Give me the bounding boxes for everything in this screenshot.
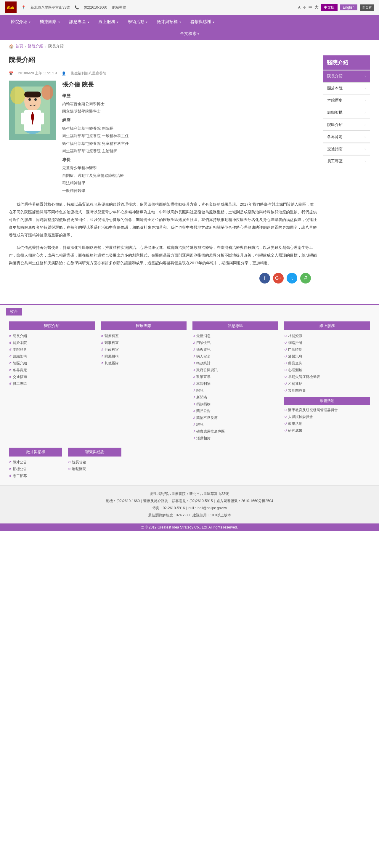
footer-link-contact-hospital[interactable]: 聯繫醫院	[68, 466, 121, 472]
sidebar-item-staff[interactable]: 員工專區 ›	[323, 155, 370, 167]
footer-link-bid[interactable]: 招標公告	[9, 466, 62, 472]
footer-columns: 醫院介紹 院長介紹 關於本院 本院歷史 組織架構 院區介紹 各界肯定 交通指南 …	[0, 318, 379, 447]
page-title: 院長介紹	[9, 55, 35, 67]
fulltext-search-link[interactable]: 全文檢索 ▾	[180, 31, 199, 36]
footer-col-team: 醫療團隊 醫療科室 醫事科室 行政科室 附屬機構 其他團隊	[98, 321, 189, 442]
footer-col-title-news: 訊息專區	[192, 321, 278, 330]
facebook-share-button[interactable]: f	[259, 273, 270, 283]
footer-link-history[interactable]: 本院歷史	[9, 346, 95, 353]
footer-link-related-links[interactable]: 相關連結	[284, 380, 370, 387]
sidebar-item-president[interactable]: 院長介紹 ›	[323, 70, 370, 82]
svg-rect-7	[21, 113, 26, 124]
footer-link-album[interactable]: 活動相簿	[192, 435, 278, 442]
person-icon: 👤	[62, 71, 66, 75]
sidebar-item-campus[interactable]: 院區介紹 ›	[323, 119, 370, 131]
footer-link-med-news[interactable]: 於醫訊息	[284, 353, 370, 360]
footer-info: 衛生福利部八里療養院：新北市八里區草富山33號 總機：(02)2610-1660…	[0, 485, 379, 524]
content-area: 院長介紹 📅 2018/6/28 上午 11:21:19 👤 衛生福利部八里療養…	[0, 53, 379, 292]
special-item-0: 兒童青少年精神醫學	[62, 164, 317, 171]
footer-link-president-mail[interactable]: 院長信箱	[68, 459, 121, 466]
footer-link-press[interactable]: 新聞稿	[192, 394, 278, 401]
footer-link-health-edu[interactable]: 衛教資訊	[192, 346, 278, 353]
footer-link-drug-query[interactable]: 藥品查詢	[284, 360, 370, 367]
font-mid[interactable]: 中	[309, 5, 312, 10]
svg-point-2	[10, 87, 25, 104]
footer-link-psych-test[interactable]: 心理測驗	[284, 367, 370, 374]
phone-text: (02)2610-1660	[84, 5, 107, 9]
footer-link-patient-safety[interactable]: 病人安全	[192, 353, 278, 360]
sidebar-item-history[interactable]: 本院歷史 ›	[323, 94, 370, 106]
special-item-3: 一般精神醫學	[62, 187, 317, 194]
footer-link-staff[interactable]: 員工專區	[9, 380, 95, 387]
footer-link-president[interactable]: 院長介紹	[9, 333, 95, 340]
footer-link-promote[interactable]: 確實應用推廣專區	[192, 428, 278, 435]
footer-col-news: 訊息專區 最新消息 門診快訊 衛教資訊 病人安全 衛政統計 政府公開資訊 政策宣…	[189, 321, 281, 442]
nav-item-online[interactable]: 線上服務 ▾	[94, 15, 123, 29]
sidebar-item-traffic[interactable]: 交通指南 ›	[323, 143, 370, 155]
svg-point-9	[28, 98, 31, 101]
lang-zh-button[interactable]: 中文版	[321, 4, 338, 11]
footer-link-gov-info[interactable]: 政府公開資訊	[192, 367, 278, 374]
footer-link-med-edu[interactable]: 醫學教育及研究發展管理委員會	[284, 407, 370, 413]
font-large[interactable]: 大	[314, 5, 319, 10]
footer-link-info[interactable]: 相關資訊	[284, 333, 370, 340]
print-button[interactable]: 🖨	[300, 273, 311, 283]
nav-item-news[interactable]: 訊息專區 ▾	[65, 15, 94, 29]
footer-link-schedule[interactable]: 門診時刻	[284, 346, 370, 353]
footer-col-title-recruit: 徵才與招標	[9, 447, 62, 457]
footer-link-medical-dept[interactable]: 醫療科室	[101, 333, 187, 340]
nav-item-contact[interactable]: 聯繫與感謝 ▾	[186, 15, 219, 29]
nav-item-recruit[interactable]: 徵才與招標 ▾	[152, 15, 186, 29]
special-item-2: 司法精神醫學	[62, 180, 317, 186]
nav-item-medical-team[interactable]: 醫療團隊 ▾	[35, 15, 65, 29]
footer-link-adverse-drug[interactable]: 藥物不良反應	[192, 414, 278, 421]
footer-link-medical-tech[interactable]: 醫事科室	[101, 340, 187, 346]
footer-link-other-team[interactable]: 其他團隊	[101, 360, 187, 367]
googleplus-share-button[interactable]: G+	[273, 273, 284, 283]
footer-link-traffic[interactable]: 交通指南	[9, 374, 95, 380]
footer-link-org[interactable]: 組織架構	[9, 353, 95, 360]
footer-col-title-team: 醫療團隊	[101, 321, 187, 330]
footer-link-drug-announce[interactable]: 藥品公告	[192, 408, 278, 414]
footer-link-human-trial[interactable]: 人體試驗委員會	[284, 413, 370, 421]
footer-link-research[interactable]: 研究成果	[284, 427, 370, 434]
footer-link-bulletin[interactable]: 院訊	[192, 387, 278, 394]
footer-link-awards[interactable]: 各界肯定	[9, 367, 95, 374]
sidebar-label-history: 本院歷史	[327, 98, 343, 103]
footer-link-health-stat[interactable]: 衛政統計	[192, 360, 278, 367]
chevron-icon-about: ›	[365, 87, 366, 90]
nav-item-academic[interactable]: 學術活動 ▾	[123, 15, 153, 29]
footer-bottom-columns: 徵才與招標 徵才公告 招標公告 志工招募 聯繫與感謝 院長信箱 聯繫醫院	[0, 447, 379, 485]
to-top-button[interactable]: 至頁首	[360, 4, 374, 11]
footer-link-job-post[interactable]: 徵才公告	[9, 459, 62, 466]
footer-link-affiliates[interactable]: 附屬機構	[101, 353, 187, 360]
footer-link-dementia-screen[interactable]: 早期失智症篩檢量表	[284, 374, 370, 380]
footer-link-policy[interactable]: 政策宣導	[192, 374, 278, 380]
sidebar-item-org[interactable]: 組織架構 ›	[323, 107, 370, 119]
lang-en-button[interactable]: English	[340, 4, 357, 10]
footer-link-faq[interactable]: 常見問答集	[284, 387, 370, 394]
chevron-icon-traffic: ›	[365, 147, 366, 151]
footer-link-volunteer[interactable]: 志工招募	[9, 472, 62, 479]
nav-item-hospital[interactable]: 醫院介紹 ▾	[6, 15, 35, 29]
footer-info-line4: 最佳瀏覽解析度 1024 x 800 建議使用IE10.0以上版本	[9, 512, 370, 519]
footer-link-campus[interactable]: 院區介紹	[9, 360, 95, 367]
footer-col-hospital: 醫院介紹 院長介紹 關於本院 本院歷史 組織架構 院區介紹 各界肯定 交通指南 …	[6, 321, 98, 442]
footer-link-admin-dept[interactable]: 行政科室	[101, 346, 187, 353]
footer-link-donate[interactable]: 捐款捐物	[192, 401, 278, 408]
sidebar-item-about[interactable]: 關於本院 ›	[323, 82, 370, 94]
footer-link-publication[interactable]: 本院刊物	[192, 380, 278, 387]
footer-link-latest[interactable]: 最新消息	[192, 333, 278, 340]
footer-link-about[interactable]: 關於本院	[9, 340, 95, 346]
collapse-button[interactable]: 收合	[6, 308, 22, 315]
font-small[interactable]: 小	[303, 5, 306, 10]
footer-link-outpatient[interactable]: 門診快訊	[192, 340, 278, 346]
breadcrumb-level1[interactable]: 醫院介紹	[28, 43, 43, 49]
footer-link-consult[interactable]: 諮訊	[192, 421, 278, 428]
footer-link-teaching[interactable]: 教學活動	[284, 421, 370, 427]
sidebar-item-awards[interactable]: 各界肯定 ›	[323, 131, 370, 143]
twitter-share-button[interactable]: t	[287, 273, 297, 283]
search-link[interactable]: 網站導覽	[112, 5, 126, 10]
breadcrumb-home[interactable]: 首頁	[15, 43, 23, 49]
footer-link-online-appt[interactable]: 網路掛號	[284, 340, 370, 346]
